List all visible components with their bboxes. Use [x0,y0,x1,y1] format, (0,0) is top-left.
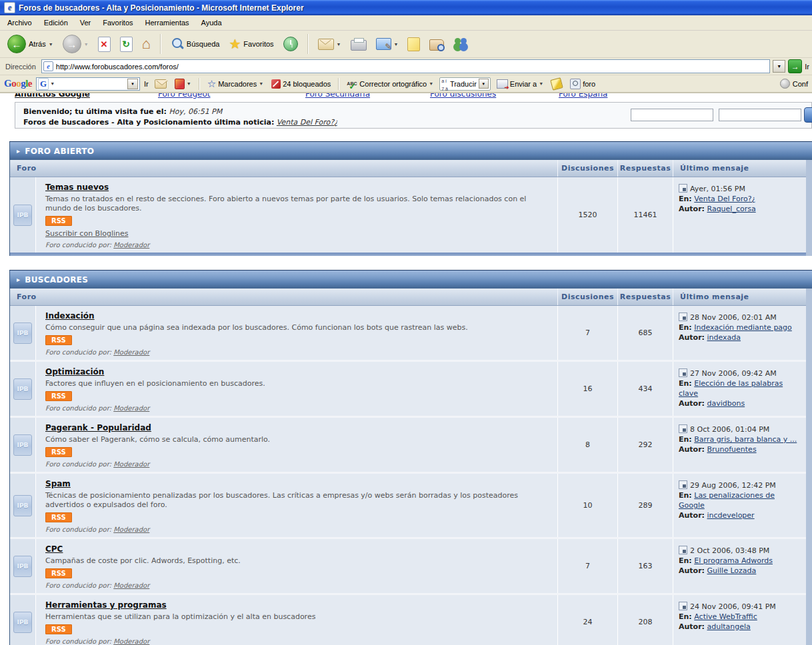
last-topic-link[interactable]: Barra gris, barra blanca y ... [694,435,797,444]
rss-badge[interactable]: RSS [45,447,72,457]
highlighter-button[interactable] [549,78,564,90]
login-button[interactable] [804,107,812,123]
address-input[interactable]: e http://www.forobuscadores.com/foros/ [41,59,770,73]
moderator-link[interactable]: Moderador [113,582,149,589]
section-header[interactable]: ▸ FORO ABIERTO [10,142,812,160]
last-topic-link[interactable]: Indexación mediante pago [694,323,792,332]
address-dropdown-button[interactable]: ▼ [773,60,785,73]
refresh-button[interactable]: ↻ [117,35,136,54]
last-topic-link[interactable]: Active WebTraffic [694,612,757,621]
last-author-link[interactable]: indexada [707,333,741,342]
searchbox-dropdown-button[interactable]: ▼ [127,79,138,89]
menu-archivo[interactable]: Archivo [1,17,38,29]
forum-icon-cell: IPB [10,539,35,593]
ad-link[interactable]: Foro Peugeot [158,93,211,99]
print-button[interactable] [347,35,370,53]
translate-dropdown-icon[interactable]: ▼ [479,79,489,89]
last-topic-link[interactable]: El programa Adwords [694,556,773,565]
translate-button[interactable]: a í7 ä Traducir ▼ [439,77,491,91]
rss-badge[interactable]: RSS [45,216,72,226]
research-button[interactable] [426,35,447,53]
stop-button[interactable]: ✕ [95,35,114,54]
rss-badge[interactable]: RSS [45,391,72,401]
moderator-link[interactable]: Moderador [113,460,149,468]
title-bar: e Foros de buscadores - Alta y Posiciona… [0,0,812,15]
forward-button[interactable]: → ▼ [59,33,92,55]
forum-name-link[interactable]: Optimización [45,367,104,376]
ad-link[interactable]: Foro discusiones [430,93,496,99]
ad-link[interactable]: Foro España [559,93,607,99]
news-link[interactable]: Venta Del Foro?¿ [277,118,338,127]
menu-ayuda[interactable]: Ayuda [195,17,228,29]
messenger-button[interactable] [450,35,471,53]
ad-link[interactable]: Anuncios Google [15,93,90,99]
column-header-respuestas: Respuestas [617,289,673,305]
mail-dropdown-icon[interactable]: ▼ [337,42,341,47]
last-author-link[interactable]: Brunofuentes [707,445,756,454]
edit-button[interactable]: ▼ [373,36,402,52]
search-button[interactable]: Búsqueda [167,35,223,53]
menu-ver[interactable]: Ver [74,17,97,29]
last-topic-link[interactable]: Venta Del Foro?¿ [694,195,755,203]
go-label[interactable]: Ir [805,63,809,71]
moderator-link[interactable]: Moderador [113,348,149,356]
menu-edicion[interactable]: Edición [38,17,74,29]
autolink-icon[interactable]: ▼ [173,78,193,90]
forum-name-link[interactable]: Pagerank - Popularidad [45,423,151,432]
last-author-link[interactable]: adultangela [707,622,750,631]
rss-badge[interactable]: RSS [45,624,72,634]
moderator-link[interactable]: Moderador [113,526,149,533]
last-topic-link[interactable]: Las penalizaciones de Google [679,491,775,510]
back-button[interactable]: ← Atrás ▼ [4,33,57,55]
forum-name-link[interactable]: Indexación [45,311,95,321]
google-g-dropdown-icon[interactable]: ▼ [50,81,55,86]
last-post-icon[interactable] [679,602,687,610]
last-post-icon[interactable] [679,184,687,193]
google-g-icon[interactable]: G [38,78,49,90]
login-username-field[interactable] [631,109,713,121]
last-post-icon[interactable] [679,546,687,554]
last-author-link[interactable]: davidbons [707,399,745,408]
last-topic-link[interactable]: Elección de las palabras clave [679,379,783,398]
forum-name-link[interactable]: Spam [45,479,71,488]
notes-button[interactable] [404,35,423,53]
menu-favoritos[interactable]: Favoritos [97,17,139,29]
popup-blocker-button[interactable]: 24 bloqueados [269,79,333,89]
last-author-link[interactable]: Guille Lozada [707,566,756,575]
last-post-icon[interactable] [679,313,687,321]
moderator-link[interactable]: Moderador [113,404,149,412]
rss-badge[interactable]: RSS [45,568,72,578]
forum-name-link[interactable]: CPC [45,544,63,554]
google-go-label[interactable]: Ir [144,80,149,88]
go-icon[interactable]: → [788,59,802,73]
spellcheck-button[interactable]: ABC Corrector ortográfico ▼ [345,79,435,89]
bloglines-link[interactable]: Suscribir con Bloglines [45,229,129,238]
back-dropdown-icon[interactable]: ▼ [49,42,53,47]
moderator-link[interactable]: Moderador [113,241,149,249]
rss-badge[interactable]: RSS [45,335,72,345]
bookmarks-button[interactable]: ☆ Marcadores ▼ [205,77,265,91]
last-post-icon[interactable] [679,424,687,433]
forum-name-link[interactable]: Herramientas y programas [45,600,167,610]
send-to-button[interactable]: Enviar a ▼ [495,79,545,89]
ad-link[interactable]: Foro Secundaria [305,93,370,99]
history-button[interactable] [280,35,301,53]
autofill-icon[interactable] [153,79,169,89]
login-password-field[interactable] [719,109,801,121]
edit-dropdown-icon[interactable]: ▼ [394,42,399,47]
forum-name-link[interactable]: Temas nuevos [45,183,109,192]
home-button[interactable]: ⌂ [139,35,154,53]
last-author-link[interactable]: Raquel_corsa [707,205,755,213]
google-search-input[interactable]: G ▼ ▼ [36,77,140,91]
toolbar-settings-button[interactable]: Conf [780,79,808,89]
moderator-link[interactable]: Moderador [113,638,149,645]
section-header[interactable]: ▸ BUSCADORES [10,271,812,289]
word-find-button[interactable]: foro [568,78,597,90]
favorites-button[interactable]: ★ Favoritos [225,36,277,52]
mail-button[interactable]: ▼ [315,37,345,52]
menu-herramientas[interactable]: Herramientas [139,17,195,29]
last-post-icon[interactable] [679,368,687,377]
last-author-link[interactable]: incdeveloper [707,511,754,520]
last-post-icon[interactable] [679,480,687,489]
rss-badge[interactable]: RSS [45,512,72,522]
